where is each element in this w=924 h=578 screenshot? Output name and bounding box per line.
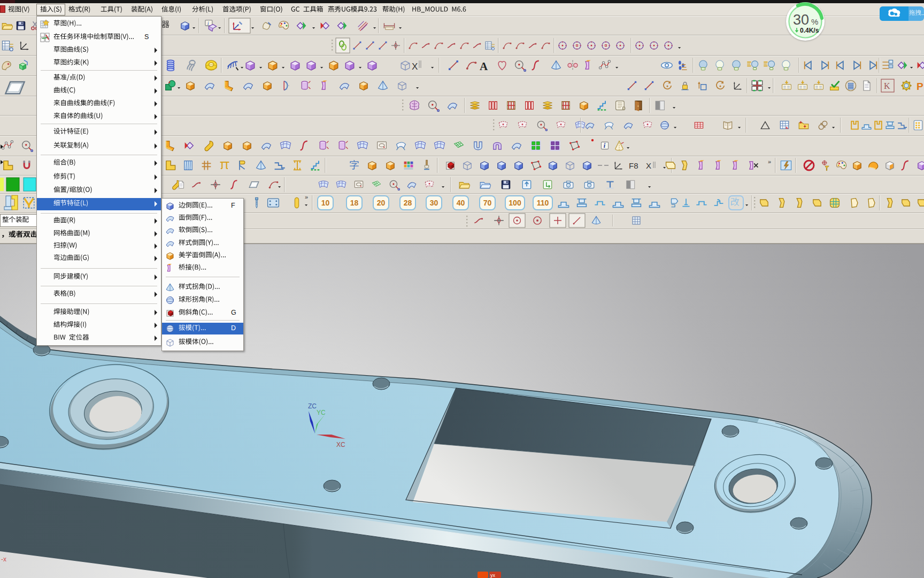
svg-text:X: X	[412, 62, 418, 72]
svg-text:XC: XC	[336, 441, 345, 448]
svg-text:K: K	[884, 81, 890, 90]
svg-text:-x: -x	[1, 556, 6, 563]
svg-text:%: %	[811, 17, 818, 26]
svg-text:yx: yx	[490, 573, 496, 578]
svg-text:»: »	[305, 194, 308, 200]
svg-text:30: 30	[793, 12, 809, 28]
svg-text:X: X	[646, 161, 651, 170]
svg-text:ZC: ZC	[308, 402, 317, 410]
svg-text:0.4K/s: 0.4K/s	[800, 27, 819, 34]
svg-text:P: P	[917, 81, 923, 92]
svg-text:A: A	[480, 60, 488, 73]
svg-text:YC: YC	[317, 409, 326, 416]
svg-text:»: »	[768, 158, 771, 165]
svg-text:F8: F8	[629, 161, 638, 170]
